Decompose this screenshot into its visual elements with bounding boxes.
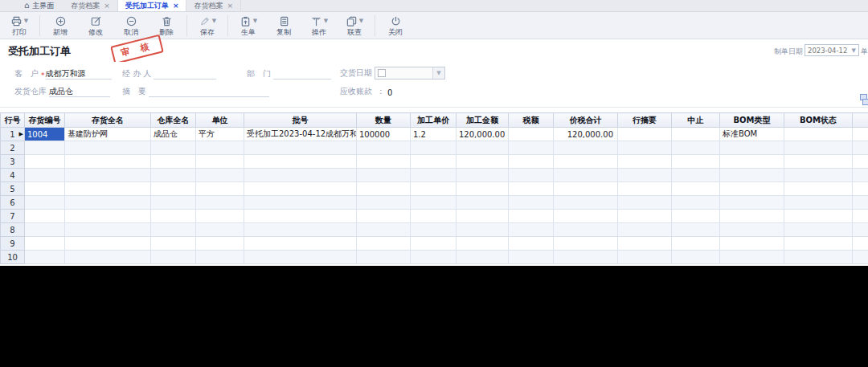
- grid-cell[interactable]: [25, 155, 65, 169]
- grid-cell[interactable]: [618, 210, 672, 223]
- grid-expand-icon[interactable]: [860, 94, 868, 105]
- print-button[interactable]: ▼打印: [2, 15, 37, 36]
- grid-cell[interactable]: [244, 223, 357, 237]
- grid-cell[interactable]: 平方: [196, 128, 244, 141]
- grid-cell[interactable]: [25, 237, 65, 251]
- grid-cell[interactable]: [411, 155, 457, 169]
- grid-cell[interactable]: [25, 196, 65, 210]
- tab-item-0[interactable]: 存货档案×: [63, 0, 118, 11]
- grid-cell[interactable]: [509, 210, 554, 223]
- grid-cell[interactable]: [672, 251, 720, 264]
- grid-cell[interactable]: [509, 141, 554, 155]
- grid-cell[interactable]: [244, 196, 357, 210]
- grid-cell[interactable]: [151, 223, 196, 237]
- grid-cell[interactable]: [65, 210, 151, 223]
- row-number-cell[interactable]: 6: [1, 196, 25, 210]
- grid-cell[interactable]: [554, 196, 618, 210]
- grid-cell[interactable]: [357, 210, 411, 223]
- grid-cell[interactable]: [65, 155, 151, 169]
- dropdown-arrow-icon[interactable]: ▼: [253, 18, 257, 24]
- grid-cell[interactable]: [411, 141, 457, 155]
- grid-cell[interactable]: [618, 223, 672, 237]
- close-icon[interactable]: ×: [173, 2, 179, 10]
- grid-cell[interactable]: [784, 141, 853, 155]
- grid-cell[interactable]: 100000: [357, 128, 411, 141]
- grid-cell[interactable]: [853, 223, 868, 237]
- grid-cell[interactable]: [720, 141, 784, 155]
- grid-cell[interactable]: [196, 196, 244, 210]
- grid-cell[interactable]: [196, 182, 244, 196]
- cancel-button[interactable]: 取消: [113, 15, 149, 36]
- delivery-date-checkbox[interactable]: [378, 69, 386, 77]
- grid-cell[interactable]: [853, 141, 868, 155]
- grid-cell[interactable]: [720, 210, 784, 223]
- grid-cell[interactable]: 120,000.00: [554, 128, 618, 141]
- grid-cell[interactable]: [457, 182, 509, 196]
- grid-cell[interactable]: [457, 196, 509, 210]
- grid-cell[interactable]: [672, 237, 720, 251]
- generate-button[interactable]: ▼生单: [231, 15, 266, 36]
- grid-cell[interactable]: [720, 251, 784, 264]
- grid-cell[interactable]: [554, 210, 618, 223]
- grid-cell[interactable]: [853, 210, 868, 223]
- grid-cell[interactable]: [554, 237, 618, 251]
- tab-item-1[interactable]: 受托加工订单×: [118, 0, 187, 11]
- grid-cell[interactable]: [244, 210, 357, 223]
- grid-cell[interactable]: [196, 141, 244, 155]
- grid-cell[interactable]: [853, 251, 868, 264]
- grid-cell[interactable]: [554, 251, 618, 264]
- operate-button[interactable]: ▼操作: [301, 15, 337, 36]
- grid-cell[interactable]: [784, 196, 853, 210]
- grid-cell[interactable]: [618, 182, 672, 196]
- grid-cell[interactable]: [509, 169, 554, 182]
- grid-cell[interactable]: [65, 251, 151, 264]
- delete-button[interactable]: 删除: [149, 15, 184, 36]
- grid-cell[interactable]: [151, 155, 196, 169]
- grid-cell[interactable]: 基建防护网: [65, 128, 151, 141]
- grid-cell[interactable]: [411, 169, 457, 182]
- grid-cell[interactable]: 成品仓: [151, 128, 196, 141]
- grid-cell[interactable]: [784, 182, 853, 196]
- warehouse-field[interactable]: 成品仓: [49, 86, 110, 97]
- grid-cell[interactable]: [457, 155, 509, 169]
- row-number-cell[interactable]: 10: [1, 251, 25, 264]
- grid-cell[interactable]: [672, 210, 720, 223]
- grid-cell[interactable]: [151, 210, 196, 223]
- grid-cell[interactable]: [618, 169, 672, 182]
- row-number-cell[interactable]: 9: [1, 237, 25, 251]
- grid-cell[interactable]: [784, 210, 853, 223]
- grid-cell[interactable]: [151, 182, 196, 196]
- grid-cell[interactable]: [357, 196, 411, 210]
- grid-cell[interactable]: [357, 141, 411, 155]
- dropdown-arrow-icon[interactable]: ▼: [212, 18, 216, 24]
- grid-cell[interactable]: 1.2: [411, 128, 457, 141]
- grid-cell[interactable]: [25, 223, 65, 237]
- grid-cell[interactable]: [853, 128, 868, 141]
- grid-cell[interactable]: [65, 223, 151, 237]
- grid-cell[interactable]: [457, 223, 509, 237]
- grid-cell[interactable]: [618, 237, 672, 251]
- grid-cell[interactable]: [25, 210, 65, 223]
- grid-cell[interactable]: [554, 169, 618, 182]
- grid-cell[interactable]: [411, 251, 457, 264]
- grid-cell[interactable]: [65, 169, 151, 182]
- grid-cell[interactable]: [672, 128, 720, 141]
- grid-cell[interactable]: [853, 237, 868, 251]
- grid-cell[interactable]: [672, 169, 720, 182]
- tab-home[interactable]: ⌂ 主界面: [14, 0, 63, 11]
- grid-cell[interactable]: [720, 196, 784, 210]
- row-number-cell[interactable]: 3: [1, 155, 25, 169]
- grid-cell[interactable]: [720, 237, 784, 251]
- grid-cell[interactable]: [244, 169, 357, 182]
- grid-cell[interactable]: [457, 210, 509, 223]
- grid-cell[interactable]: [244, 182, 357, 196]
- grid-cell[interactable]: [853, 155, 868, 169]
- row-number-cell[interactable]: 4: [1, 169, 25, 182]
- grid-cell[interactable]: [784, 169, 853, 182]
- grid-cell[interactable]: [151, 237, 196, 251]
- grid-cell[interactable]: [411, 237, 457, 251]
- doc-date-input[interactable]: 2023-04-12 ▼: [805, 44, 859, 56]
- grid-cell[interactable]: [784, 237, 853, 251]
- grid-cell[interactable]: [25, 169, 65, 182]
- grid-cell[interactable]: [720, 223, 784, 237]
